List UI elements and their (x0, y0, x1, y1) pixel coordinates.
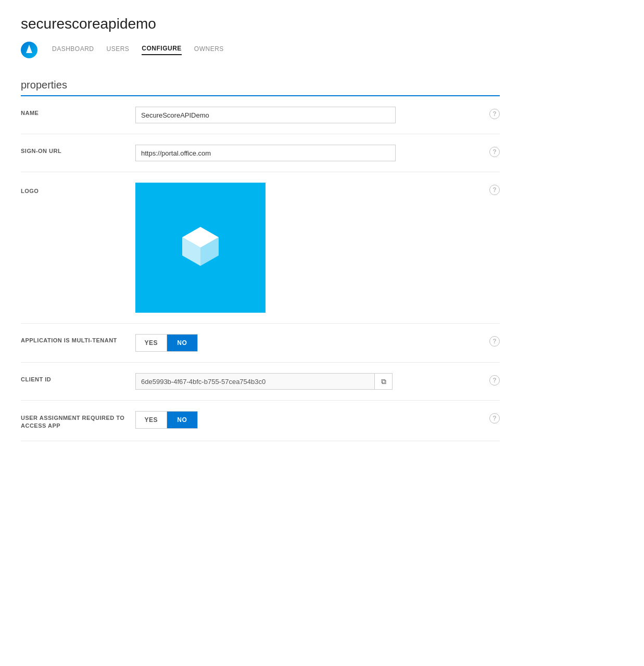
property-row-client-id: CLIENT ID ⧉ ? (21, 363, 500, 401)
nav-item-dashboard[interactable]: DASHBOARD (52, 45, 94, 55)
nav-item-owners[interactable]: OWNERS (194, 45, 224, 55)
cube-icon (172, 219, 229, 276)
app-title: securescoreapidemo (21, 16, 500, 32)
multi-tenant-no-button[interactable]: NO (167, 335, 198, 351)
help-icon-user-assignment[interactable]: ? (489, 413, 500, 424)
help-sign-on-url: ? (479, 145, 500, 157)
logo-image (135, 183, 266, 313)
label-sign-on-url: SIGN-ON URL (21, 145, 135, 154)
client-id-container: ⧉ (135, 373, 479, 390)
nav-item-users[interactable]: USERS (107, 45, 130, 55)
help-icon-name[interactable]: ? (489, 109, 500, 119)
content-sign-on-url (135, 145, 479, 161)
input-client-id (135, 373, 375, 390)
nav-item-configure[interactable]: CONFIGURE (142, 45, 182, 55)
input-name[interactable] (135, 107, 396, 123)
help-icon-logo[interactable]: ? (489, 185, 500, 195)
help-icon-multi-tenant[interactable]: ? (489, 336, 500, 347)
user-assignment-yes-button[interactable]: YES (136, 412, 167, 428)
property-row-sign-on-url: SIGN-ON URL ? (21, 134, 500, 172)
content-client-id: ⧉ (135, 373, 479, 390)
label-user-assignment: USER ASSIGNMENT REQUIRED TO ACCESS APP (21, 411, 135, 430)
azure-icon (21, 42, 37, 58)
content-user-assignment: YES NO (135, 411, 479, 429)
label-logo: LOGO (21, 183, 135, 194)
content-name (135, 107, 479, 123)
help-name: ? (479, 107, 500, 119)
section-title: properties (21, 79, 500, 96)
label-client-id: CLIENT ID (21, 373, 135, 382)
multi-tenant-yes-button[interactable]: YES (136, 335, 167, 351)
help-multi-tenant: ? (479, 334, 500, 347)
label-name: NAME (21, 107, 135, 116)
property-row-name: NAME ? (21, 96, 500, 134)
page-container: securescoreapidemo DASHBOARD USERS CONFI… (0, 0, 521, 457)
copy-icon: ⧉ (381, 377, 386, 386)
help-client-id: ? (479, 373, 500, 386)
property-row-user-assignment: USER ASSIGNMENT REQUIRED TO ACCESS APP Y… (21, 401, 500, 441)
help-icon-sign-on-url[interactable]: ? (489, 147, 500, 157)
content-logo (135, 183, 479, 313)
help-logo: ? (479, 183, 500, 195)
property-row-logo: LOGO ? (21, 172, 500, 324)
input-sign-on-url[interactable] (135, 145, 396, 161)
help-user-assignment: ? (479, 411, 500, 424)
label-multi-tenant: APPLICATION IS MULTI-TENANT (21, 334, 135, 343)
user-assignment-no-button[interactable]: NO (167, 412, 198, 428)
nav-bar: DASHBOARD USERS CONFIGURE OWNERS (21, 42, 500, 58)
user-assignment-toggle: YES NO (135, 411, 198, 429)
multi-tenant-toggle: YES NO (135, 334, 198, 352)
help-icon-client-id[interactable]: ? (489, 375, 500, 386)
content-multi-tenant: YES NO (135, 334, 479, 352)
properties-section: properties NAME ? SIGN-ON URL ? LOGO (21, 79, 500, 441)
property-row-multi-tenant: APPLICATION IS MULTI-TENANT YES NO ? (21, 324, 500, 363)
copy-client-id-button[interactable]: ⧉ (375, 373, 393, 390)
